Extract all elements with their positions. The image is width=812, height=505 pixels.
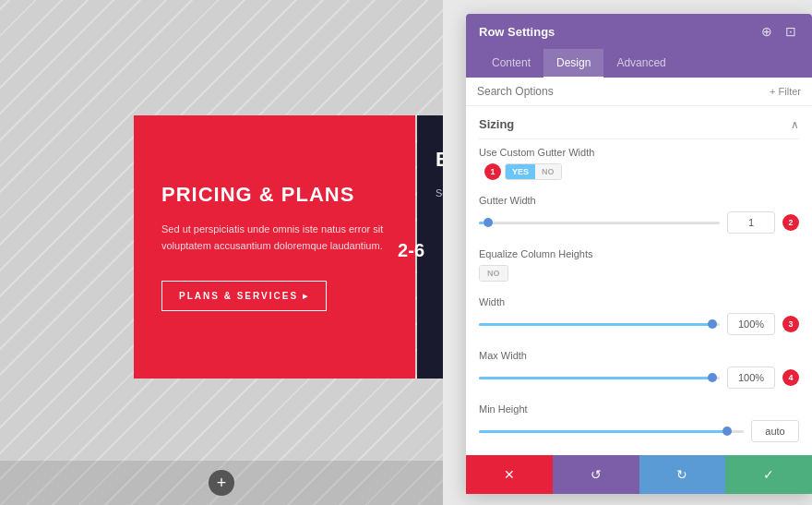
equalize-toggle[interactable]: NO xyxy=(479,265,508,282)
red-card: PRICING & PLANS Sed ut perspiciatis unde… xyxy=(134,115,415,379)
gutter-width-track[interactable] xyxy=(479,222,720,224)
custom-gutter-toggle[interactable]: YES NO xyxy=(505,163,562,180)
tab-design[interactable]: Design xyxy=(543,49,603,78)
toggle-yes[interactable]: YES xyxy=(506,164,535,179)
width-fill xyxy=(479,323,715,326)
gutter-width-label: Gutter Width xyxy=(479,195,799,206)
custom-gutter-row: Use Custom Gutter Width 1 YES NO xyxy=(466,139,812,187)
filter-button[interactable]: + Filter xyxy=(770,86,801,97)
badge-3: 3 xyxy=(782,316,799,332)
redo-button[interactable]: ↻ xyxy=(639,455,726,494)
min-height-value[interactable]: auto xyxy=(751,420,799,442)
width-control: 100% 3 xyxy=(479,313,799,335)
save-button[interactable]: ✓ xyxy=(725,455,812,494)
badge-4: 4 xyxy=(782,369,799,386)
panel-tabs: Content Design Advanced xyxy=(466,49,812,78)
width-label: Width xyxy=(479,296,799,307)
red-card-text: Sed ut perspiciatis unde omnis iste natu… xyxy=(161,221,388,255)
custom-gutter-label: Use Custom Gutter Width xyxy=(479,147,799,158)
equalize-row: Equalize Column Heights NO xyxy=(466,241,812,289)
gutter-width-thumb[interactable] xyxy=(484,218,493,227)
settings-icon[interactable]: ⊕ xyxy=(758,23,775,40)
tab-advanced[interactable]: Advanced xyxy=(603,49,678,78)
badge-2: 2 xyxy=(782,214,799,231)
max-width-label: Max Width xyxy=(479,350,799,361)
sizing-toggle-icon: ∧ xyxy=(791,118,799,131)
search-input[interactable] xyxy=(477,85,764,98)
undo-button[interactable]: ↺ xyxy=(553,455,639,494)
panel-footer: ✕ ↺ ↻ ✓ xyxy=(466,455,812,494)
panel-search: + Filter xyxy=(466,78,812,106)
equalize-label: Equalize Column Heights xyxy=(479,248,799,259)
max-width-row: Max Width 100% 4 xyxy=(466,343,812,396)
panel-title: Row Settings xyxy=(479,25,555,39)
max-width-control: 100% 4 xyxy=(479,367,799,389)
cancel-button[interactable]: ✕ xyxy=(466,455,553,494)
panel-body: Sizing ∧ Use Custom Gutter Width 1 YES N… xyxy=(466,106,812,455)
red-card-title: PRICING & PLANS xyxy=(161,183,388,207)
sizing-section-header[interactable]: Sizing ∧ xyxy=(466,106,812,138)
panel-header-icons: ⊕ ⊡ xyxy=(758,23,799,40)
max-width-track[interactable] xyxy=(479,377,720,379)
dark-card-text: Sed volu xyxy=(436,185,443,202)
badge-1: 1 xyxy=(484,163,501,180)
width-track[interactable] xyxy=(479,323,720,326)
gutter-width-value[interactable]: 1 xyxy=(727,211,775,234)
bottom-bar: + xyxy=(0,461,443,505)
min-height-fill xyxy=(479,430,731,433)
min-height-track[interactable] xyxy=(479,430,744,433)
number-badge: 2-6 xyxy=(398,240,424,261)
tab-content[interactable]: Content xyxy=(479,49,543,78)
settings-panel: Row Settings ⊕ ⊡ Content Design Advanced… xyxy=(466,14,812,494)
min-height-label: Min Height xyxy=(479,403,799,415)
panel-header: Row Settings ⊕ ⊡ xyxy=(466,14,812,49)
toggle-no[interactable]: NO xyxy=(535,164,561,179)
width-thumb[interactable] xyxy=(708,319,717,329)
equalize-control: NO xyxy=(479,265,799,282)
max-width-value[interactable]: 100% xyxy=(727,367,775,389)
width-value[interactable]: 100% xyxy=(727,313,775,335)
add-row-button[interactable]: + xyxy=(209,470,234,496)
sizing-section-title: Sizing xyxy=(479,117,514,131)
max-width-fill xyxy=(479,377,715,379)
equalize-no-btn[interactable]: NO xyxy=(480,266,508,281)
gutter-width-row: Gutter Width 1 2 xyxy=(466,187,812,241)
min-height-row: Min Height auto xyxy=(466,396,812,450)
plans-services-button[interactable]: PLANS & SERVICES ▸ xyxy=(161,281,327,311)
width-row: Width 100% 3 xyxy=(466,289,812,343)
canvas-area: PRICING & PLANS Sed ut perspiciatis unde… xyxy=(0,0,443,505)
max-width-thumb[interactable] xyxy=(708,373,717,382)
custom-gutter-control: 1 YES NO xyxy=(479,163,799,180)
min-height-thumb[interactable] xyxy=(722,427,732,436)
expand-icon[interactable]: ⊡ xyxy=(782,23,799,40)
gutter-width-control: 1 2 xyxy=(479,211,799,234)
dark-card-title: B xyxy=(436,148,443,172)
min-height-control: auto xyxy=(479,420,799,442)
